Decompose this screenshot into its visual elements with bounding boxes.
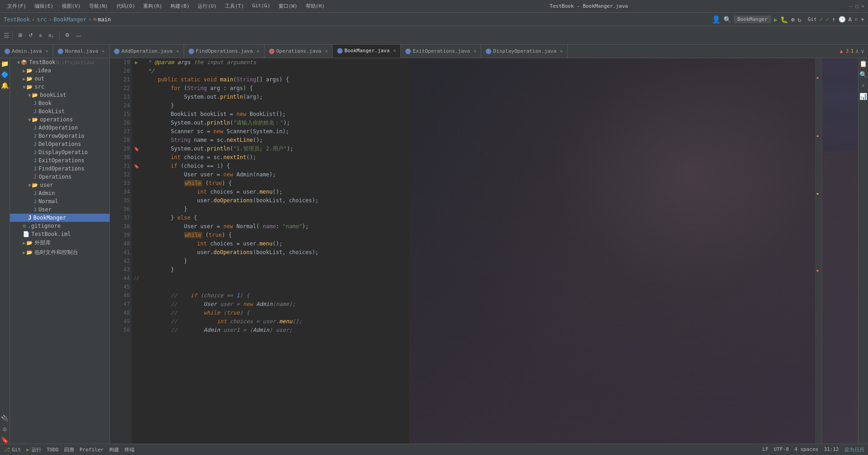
toolbar-btn-1[interactable]: ⊞: [15, 31, 25, 40]
sidebar-book[interactable]: J Book: [10, 99, 110, 107]
menu-edit[interactable]: 编辑(E): [31, 2, 57, 10]
tab-operations[interactable]: Operations.java ×: [264, 45, 333, 58]
status-indent[interactable]: 4 spaces: [794, 446, 818, 453]
sidebar-delop[interactable]: J DelOperations: [10, 140, 110, 148]
toolbar-btn-2[interactable]: ↺: [26, 31, 35, 40]
collapse-tabs-icon[interactable]: ∨: [861, 48, 864, 55]
notifications-icon[interactable]: 🔔: [1, 82, 9, 89]
menu-refactor[interactable]: 重构(R): [140, 2, 166, 10]
tab-admin[interactable]: Admin.java ×: [0, 45, 53, 58]
toolbar-settings[interactable]: ⚙: [62, 31, 72, 40]
menu-view[interactable]: 视图(V): [58, 2, 85, 10]
menu-build[interactable]: 构建(B): [167, 2, 193, 10]
status-git[interactable]: ⎇ Git: [4, 446, 21, 453]
search2-icon[interactable]: ⌕: [854, 16, 858, 23]
tab-close-addop[interactable]: ×: [176, 49, 179, 54]
status-build[interactable]: 构建: [109, 446, 119, 453]
tab-addop[interactable]: AddOperation.java ×: [110, 45, 184, 58]
structure-icon[interactable]: 🔷: [1, 71, 9, 78]
sidebar-user-folder[interactable]: ▼ 📂 user: [10, 181, 110, 189]
menu-code[interactable]: 代码(O): [113, 2, 139, 10]
sidebar-operations-file[interactable]: I Operations: [10, 173, 110, 181]
right-panel-icon-3[interactable]: ⚡: [860, 82, 867, 89]
sidebar-toggle-icon[interactable]: ☰: [4, 32, 10, 39]
menu-tools[interactable]: 工具(T): [221, 2, 248, 10]
profile-run-button[interactable]: ↻: [798, 16, 801, 23]
sidebar-addoperation[interactable]: J AddOperation: [10, 124, 110, 132]
menu-window[interactable]: 窗口(W): [275, 2, 301, 10]
project-selector[interactable]: BookManger: [734, 15, 771, 23]
status-encoding[interactable]: UTF-8: [774, 446, 789, 453]
sidebar-normal[interactable]: J Normal: [10, 197, 110, 205]
sidebar-operations-folder[interactable]: ▼ 📂 operations: [10, 115, 110, 124]
status-todo[interactable]: TODO: [47, 446, 59, 453]
project-icon[interactable]: 📁: [1, 60, 9, 67]
sidebar-bookmanager-file[interactable]: J BookManger: [10, 214, 110, 222]
sidebar-admin[interactable]: J Admin: [10, 189, 110, 197]
tab-bookmanager[interactable]: BookManger.java ×: [333, 45, 401, 58]
settings-icon[interactable]: ⚙: [1, 425, 9, 433]
tab-close-exitop[interactable]: ×: [474, 49, 476, 54]
coverage-button[interactable]: ⊕: [791, 16, 794, 23]
sidebar-booklist-file[interactable]: J BookList: [10, 107, 110, 115]
tab-displayop[interactable]: DisplayOperation.java ×: [481, 45, 568, 58]
translate-icon[interactable]: A: [848, 16, 852, 23]
tab-normal[interactable]: Normal.java ×: [53, 45, 110, 58]
sidebar-displayop[interactable]: J DisplayOperatio: [10, 148, 110, 156]
expand-tabs-icon[interactable]: ∧: [855, 48, 859, 55]
status-term[interactable]: 终端: [125, 446, 135, 453]
breadcrumb-main[interactable]: main: [98, 16, 111, 23]
tab-close-findop[interactable]: ×: [257, 49, 259, 54]
profile-icon[interactable]: 👤: [712, 15, 721, 24]
breadcrumb-bookmanager[interactable]: BookManger: [54, 16, 86, 23]
tab-close-normal[interactable]: ×: [102, 49, 105, 54]
sidebar-findop[interactable]: J FindOperations: [10, 165, 110, 173]
plus-icon[interactable]: +: [861, 16, 864, 23]
git-history-icon[interactable]: 🕐: [838, 16, 846, 23]
git-push-icon[interactable]: ↑: [832, 16, 836, 23]
breadcrumb-testbook[interactable]: TestBook: [4, 16, 30, 23]
bookmarks-icon[interactable]: 🔖: [1, 436, 9, 444]
tab-findop[interactable]: FindOperations.java ×: [184, 45, 264, 58]
tab-close-bookmanager[interactable]: ×: [393, 48, 396, 53]
plugins-icon[interactable]: 🔌: [1, 415, 9, 422]
tab-close-operations[interactable]: ×: [325, 49, 328, 54]
sidebar-exitop[interactable]: J ExitOperations: [10, 156, 110, 165]
right-panel-icon-4[interactable]: 📊: [860, 93, 867, 100]
menu-run[interactable]: 运行(U): [194, 2, 220, 10]
status-profiler[interactable]: Profiler: [80, 446, 104, 453]
debug-button[interactable]: 🐛: [780, 16, 788, 23]
sidebar-user[interactable]: J User: [10, 205, 110, 214]
sidebar-borrowop[interactable]: J BorrowOperatio: [10, 132, 110, 140]
sidebar-iml[interactable]: 📄 TestBook.iml: [10, 230, 110, 238]
breadcrumb-src[interactable]: src: [37, 16, 47, 23]
menu-file[interactable]: 文件(F): [4, 2, 30, 10]
tab-close-displayop[interactable]: ×: [560, 49, 563, 54]
git-check-icon[interactable]: ✓: [819, 16, 823, 23]
right-panel-icon-2[interactable]: 🔍: [860, 71, 867, 78]
tab-close-admin[interactable]: ×: [45, 49, 48, 54]
git-check2-icon[interactable]: ✓: [826, 16, 829, 23]
sidebar-booklist[interactable]: ▼ 📂 bookList: [10, 91, 110, 99]
status-date-btn[interactable]: 设为日历: [844, 446, 864, 453]
tab-exitop[interactable]: ExitOperations.java ×: [401, 45, 481, 58]
sidebar-project-root[interactable]: ▼ 📦 TestBook D:\Project\Jav: [10, 58, 110, 66]
sidebar-scratch[interactable]: ▶ 📂 临时文件和控制台: [10, 248, 110, 257]
right-panel-icon-1[interactable]: 📋: [860, 60, 867, 67]
toolbar-collapse[interactable]: —: [73, 31, 84, 40]
sidebar-src[interactable]: ▼ 📂 src: [10, 83, 110, 91]
menu-navigate[interactable]: 导航(N): [85, 2, 112, 10]
toolbar-btn-4[interactable]: ≡↓: [45, 31, 56, 40]
toolbar-btn-3[interactable]: ≡: [36, 31, 45, 40]
status-lf[interactable]: LF: [763, 446, 768, 453]
menu-git[interactable]: Git(G): [249, 2, 274, 10]
run-button[interactable]: ▶: [774, 16, 778, 23]
status-run[interactable]: ▶ 运行: [26, 446, 41, 453]
status-return[interactable]: 回溯: [64, 446, 74, 453]
sidebar-external-libs[interactable]: ▶ 📂 外部库: [10, 238, 110, 248]
sidebar-gitignore[interactable]: ⚙ .gitignore: [10, 222, 110, 230]
menu-help[interactable]: 帮助(H): [302, 2, 329, 10]
search-icon[interactable]: 🔍: [723, 16, 731, 23]
sidebar-out[interactable]: ▶ 📂 out: [10, 75, 110, 83]
sidebar-idea[interactable]: ▶ 📂 .idea: [10, 66, 110, 75]
